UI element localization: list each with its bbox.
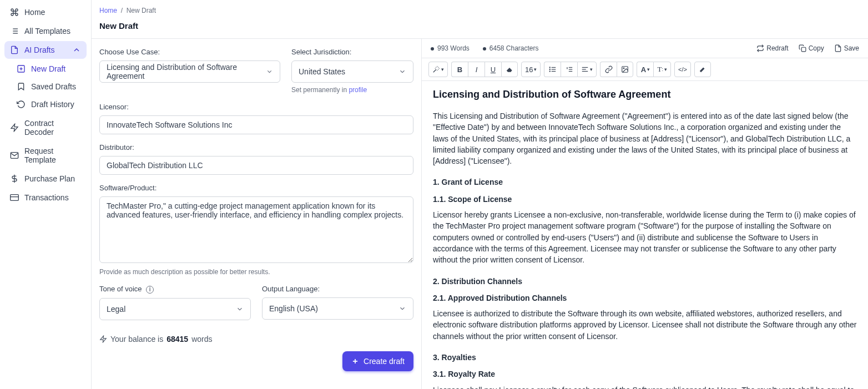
chevron-up-icon (72, 46, 81, 54)
highlight-icon (699, 65, 706, 73)
jurisdiction-select[interactable]: United States (291, 60, 413, 83)
bookmark-icon (17, 82, 26, 91)
svg-point-21 (549, 67, 550, 68)
editor-toolbar: ▾ B I U 16▾ ▾ (422, 58, 868, 81)
sidebar-transactions-label: Transactions (24, 193, 69, 202)
align-icon (581, 65, 589, 73)
plus-icon (351, 357, 359, 365)
svg-rect-17 (801, 47, 806, 52)
document-paragraph: 2. Distribution Channels (433, 276, 857, 287)
eraser-icon (506, 65, 513, 73)
sidebar-new-draft[interactable]: New Draft (11, 60, 87, 78)
font-color-button[interactable]: A▾ (637, 62, 653, 77)
language-value: English (USA) (269, 304, 318, 313)
sidebar-home[interactable]: Home (4, 3, 87, 21)
svg-marker-14 (100, 336, 107, 342)
sidebar-saved-drafts-label: Saved Drafts (31, 82, 76, 91)
sidebar-all-templates[interactable]: All Templates (4, 22, 87, 40)
text-style-button[interactable]: T:▾ (653, 62, 670, 77)
sidebar-request-template-label: Request Template (24, 146, 81, 164)
distributor-input[interactable] (99, 156, 413, 175)
list-ul-icon (549, 65, 557, 73)
mail-icon (10, 151, 19, 160)
document-paragraph: 3.1. Royalty Rate (433, 368, 857, 380)
sidebar-contract-decoder[interactable]: Contract Decoder (4, 114, 87, 141)
jurisdiction-hint: Set permanently in profile (291, 86, 413, 94)
link-button[interactable] (600, 62, 617, 77)
sidebar-ai-drafts[interactable]: AI Drafts (4, 41, 87, 59)
breadcrumb-home-link[interactable]: Home (99, 7, 117, 14)
redraft-button[interactable]: Redraft (756, 44, 788, 52)
form-panel: Choose Use Case: Licensing and Distribut… (92, 39, 422, 389)
breadcrumb-current: New Draft (127, 7, 156, 14)
sidebar-transactions[interactable]: Transactions (4, 189, 87, 206)
word-count: 993 Words (431, 44, 470, 52)
sidebar-draft-history-label: Draft History (31, 100, 74, 109)
editor-body[interactable]: Licensing and Distribution of Software A… (422, 81, 868, 389)
chevron-down-icon (236, 305, 244, 313)
wand-icon (432, 65, 440, 73)
number-list-button[interactable] (561, 62, 577, 77)
bullet-list-button[interactable] (544, 62, 561, 77)
licensor-input[interactable] (99, 115, 413, 134)
credit-card-icon (10, 193, 19, 202)
sidebar: Home All Templates AI Drafts New Draft S… (0, 0, 92, 389)
file-icon (834, 44, 842, 52)
refresh-icon (756, 44, 764, 52)
align-button[interactable]: ▾ (577, 62, 597, 77)
page-title: New Draft (92, 17, 868, 38)
erase-button[interactable] (501, 62, 518, 77)
tone-label: Tone of voice i (99, 285, 251, 294)
product-label: Software/Product: (99, 184, 413, 192)
dollar-icon (10, 174, 19, 183)
underline-button[interactable]: U (485, 62, 501, 77)
sidebar-request-template[interactable]: Request Template (4, 142, 87, 169)
plus-square-icon (17, 64, 26, 73)
highlight-button[interactable] (694, 62, 711, 77)
image-icon (621, 65, 629, 73)
document-body: This Licensing and Distribution of Softw… (433, 110, 857, 389)
sidebar-contract-decoder-label: Contract Decoder (24, 119, 81, 137)
bold-button[interactable]: B (451, 62, 468, 77)
font-size-select[interactable]: 16▾ (521, 62, 541, 77)
sidebar-saved-drafts[interactable]: Saved Drafts (11, 78, 87, 95)
link-icon (605, 65, 613, 73)
tone-select[interactable]: Legal (99, 298, 251, 320)
command-icon (10, 8, 19, 17)
tone-value: Legal (107, 305, 125, 314)
list-ol-icon (566, 65, 573, 73)
char-count: 6458 Characters (483, 44, 539, 52)
svg-point-23 (549, 71, 550, 72)
distributor-label: Distributor: (99, 143, 413, 151)
document-paragraph: 1.1. Scope of License (433, 194, 857, 205)
sidebar-ai-drafts-label: AI Drafts (24, 46, 54, 54)
italic-button[interactable]: I (468, 62, 485, 77)
zap-icon (99, 335, 107, 343)
history-icon (17, 100, 26, 109)
product-hint: Provide as much description as possible … (99, 268, 413, 276)
chevron-down-icon (398, 68, 406, 75)
image-button[interactable] (617, 62, 633, 77)
svg-point-22 (549, 69, 550, 69)
language-select[interactable]: English (USA) (262, 297, 413, 320)
sidebar-purchase-plan-label: Purchase Plan (24, 174, 75, 183)
sidebar-draft-history[interactable]: Draft History (11, 95, 87, 113)
document-paragraph: 1. Grant of License (433, 176, 857, 188)
create-draft-button[interactable]: Create draft (342, 351, 413, 371)
licensor-label: Licensor: (99, 103, 413, 111)
use-case-select[interactable]: Licensing and Distribution of Software A… (99, 60, 280, 83)
save-button[interactable]: Save (834, 44, 859, 52)
profile-link[interactable]: profile (349, 86, 367, 94)
copy-icon (799, 44, 806, 52)
sidebar-home-label: Home (24, 8, 45, 17)
breadcrumb: Home / New Draft (92, 0, 868, 17)
svg-point-31 (624, 68, 625, 69)
zap-icon (10, 123, 19, 132)
document-paragraph: Licensor hereby grants Licensee a non-ex… (433, 209, 857, 265)
info-icon[interactable]: i (146, 286, 154, 294)
code-button[interactable]: </> (674, 62, 691, 77)
magic-button[interactable]: ▾ (428, 62, 448, 77)
sidebar-purchase-plan[interactable]: Purchase Plan (4, 170, 87, 188)
product-textarea[interactable] (99, 196, 413, 263)
copy-button[interactable]: Copy (799, 44, 824, 52)
